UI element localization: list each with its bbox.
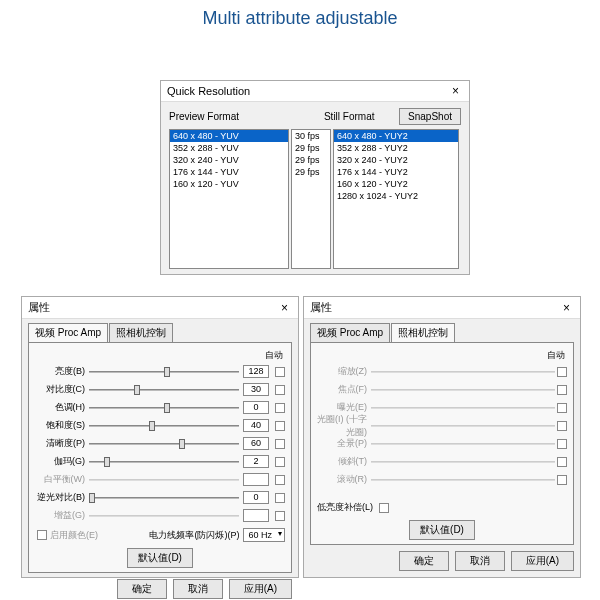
slider-row: 白平衡(W) xyxy=(35,472,285,487)
slider-thumb[interactable] xyxy=(164,403,170,413)
slider-track[interactable] xyxy=(89,403,239,413)
ok-button[interactable]: 确定 xyxy=(117,579,167,599)
auto-checkbox[interactable] xyxy=(557,385,567,395)
auto-checkbox[interactable] xyxy=(275,367,285,377)
slider-track[interactable] xyxy=(89,367,239,377)
slider-thumb[interactable] xyxy=(104,457,110,467)
list-item[interactable]: 1280 x 1024 - YUY2 xyxy=(334,190,458,202)
enable-color-checkbox[interactable] xyxy=(37,530,47,540)
slider-track xyxy=(371,421,555,431)
auto-checkbox[interactable] xyxy=(275,403,285,413)
properties-window-camera: 属性 × 视频 Proc Amp 照相机控制 自动 缩放(Z)焦点(F)曝光(E… xyxy=(303,296,581,578)
slider-label: 饱和度(S) xyxy=(35,419,89,432)
ok-button[interactable]: 确定 xyxy=(399,551,449,571)
properties-window-procamp: 属性 × 视频 Proc Amp 照相机控制 自动 亮度(B)128对比度(C)… xyxy=(21,296,299,578)
list-item[interactable]: 176 x 144 - YUY2 xyxy=(334,166,458,178)
list-item[interactable]: 30 fps xyxy=(292,130,330,142)
tab-camera-control[interactable]: 照相机控制 xyxy=(391,323,455,342)
slider-track xyxy=(371,457,555,467)
list-item[interactable]: 160 x 120 - YUV xyxy=(170,178,288,190)
slider-track xyxy=(371,367,555,377)
value-box[interactable]: 0 xyxy=(243,491,269,504)
page-title: Multi attribute adjustable xyxy=(0,0,600,33)
auto-checkbox[interactable] xyxy=(557,475,567,485)
tab-proc-amp[interactable]: 视频 Proc Amp xyxy=(310,323,390,342)
apply-button[interactable]: 应用(A) xyxy=(229,579,292,599)
snapshot-button[interactable]: SnapShot xyxy=(399,108,461,125)
powerline-combo[interactable]: 60 Hz xyxy=(243,528,285,542)
auto-checkbox[interactable] xyxy=(275,475,285,485)
default-button[interactable]: 默认值(D) xyxy=(127,548,193,568)
list-item[interactable]: 29 fps xyxy=(292,154,330,166)
tab-proc-amp[interactable]: 视频 Proc Amp xyxy=(28,323,108,342)
value-box[interactable]: 128 xyxy=(243,365,269,378)
slider-thumb[interactable] xyxy=(89,493,95,503)
auto-checkbox[interactable] xyxy=(275,421,285,431)
slider-label: 焦点(F) xyxy=(317,383,371,396)
default-button[interactable]: 默认值(D) xyxy=(409,520,475,540)
auto-checkbox[interactable] xyxy=(275,457,285,467)
list-item[interactable]: 176 x 144 - YUV xyxy=(170,166,288,178)
cancel-button[interactable]: 取消 xyxy=(173,579,223,599)
value-box[interactable] xyxy=(243,509,269,522)
auto-checkbox[interactable] xyxy=(275,511,285,521)
slider-thumb[interactable] xyxy=(149,421,155,431)
auto-checkbox[interactable] xyxy=(557,439,567,449)
slider-track[interactable] xyxy=(89,421,239,431)
preview-listbox[interactable]: 640 x 480 - YUV352 x 288 - YUV320 x 240 … xyxy=(169,129,289,269)
auto-checkbox[interactable] xyxy=(275,439,285,449)
slider-label: 全景(P) xyxy=(317,437,371,450)
list-item[interactable]: 352 x 288 - YUV xyxy=(170,142,288,154)
tab-camera-control[interactable]: 照相机控制 xyxy=(109,323,173,342)
slider-track[interactable] xyxy=(89,439,239,449)
list-item[interactable]: 352 x 288 - YUY2 xyxy=(334,142,458,154)
list-item[interactable]: 29 fps xyxy=(292,142,330,154)
apply-button[interactable]: 应用(A) xyxy=(511,551,574,571)
auto-checkbox[interactable] xyxy=(557,403,567,413)
titlebar[interactable]: 属性 × xyxy=(304,297,580,319)
titlebar[interactable]: Quick Resolution × xyxy=(161,81,469,102)
auto-checkbox[interactable] xyxy=(275,493,285,503)
list-item[interactable]: 320 x 240 - YUY2 xyxy=(334,154,458,166)
list-item[interactable]: 29 fps xyxy=(292,166,330,178)
slider-row: 滚动(R) xyxy=(317,472,567,487)
slider-row: 增益(G) xyxy=(35,508,285,523)
list-item[interactable]: 640 x 480 - YUY2 xyxy=(334,130,458,142)
value-box[interactable]: 0 xyxy=(243,401,269,414)
slider-row: 对比度(C)30 xyxy=(35,382,285,397)
value-box[interactable]: 2 xyxy=(243,455,269,468)
auto-checkbox[interactable] xyxy=(557,421,567,431)
slider-track[interactable] xyxy=(89,385,239,395)
slider-track xyxy=(89,475,239,485)
slider-thumb[interactable] xyxy=(164,367,170,377)
list-item[interactable]: 320 x 240 - YUV xyxy=(170,154,288,166)
slider-track[interactable] xyxy=(89,493,239,503)
titlebar[interactable]: 属性 × xyxy=(22,297,298,319)
cancel-button[interactable]: 取消 xyxy=(455,551,505,571)
list-item[interactable]: 160 x 120 - YUY2 xyxy=(334,178,458,190)
slider-thumb[interactable] xyxy=(134,385,140,395)
auto-checkbox[interactable] xyxy=(557,457,567,467)
slider-row: 逆光对比(B)0 xyxy=(35,490,285,505)
preview-format-label: Preview Format xyxy=(169,111,324,122)
list-item[interactable]: 640 x 480 - YUV xyxy=(170,130,288,142)
still-listbox[interactable]: 640 x 480 - YUY2352 x 288 - YUY2320 x 24… xyxy=(333,129,459,269)
slider-row: 光圈(I) (十字光圈) xyxy=(317,418,567,433)
fps-listbox[interactable]: 30 fps29 fps29 fps29 fps xyxy=(291,129,331,269)
window-title: 属性 xyxy=(310,300,332,315)
still-format-label: Still Format xyxy=(324,111,399,122)
value-box[interactable] xyxy=(243,473,269,486)
auto-checkbox[interactable] xyxy=(557,367,567,377)
slider-label: 光圈(I) (十字光圈) xyxy=(317,413,371,439)
auto-checkbox[interactable] xyxy=(275,385,285,395)
value-box[interactable]: 40 xyxy=(243,419,269,432)
slider-thumb[interactable] xyxy=(179,439,185,449)
low-comp-checkbox[interactable] xyxy=(379,503,389,513)
close-icon[interactable]: × xyxy=(448,84,463,98)
close-icon[interactable]: × xyxy=(277,301,292,315)
value-box[interactable]: 60 xyxy=(243,437,269,450)
slider-track[interactable] xyxy=(89,457,239,467)
close-icon[interactable]: × xyxy=(559,301,574,315)
value-box[interactable]: 30 xyxy=(243,383,269,396)
slider-track xyxy=(371,403,555,413)
